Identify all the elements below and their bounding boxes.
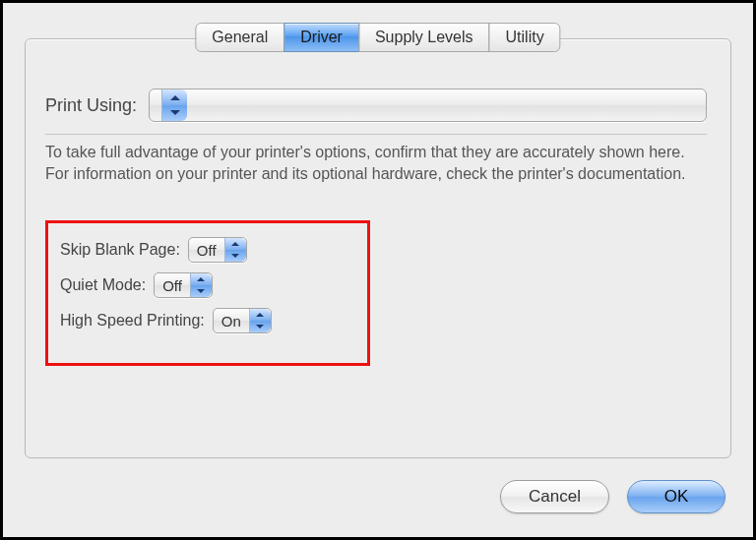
skip-blank-page-dropdown[interactable]: Off: [188, 237, 247, 263]
print-using-dropdown[interactable]: [149, 89, 707, 122]
help-text: To take full advantage of your printer's…: [45, 142, 703, 184]
quiet-mode-dropdown[interactable]: Off: [154, 272, 213, 298]
driver-panel: Print Using: To take full advantage of y…: [25, 38, 731, 458]
high-speed-printing-dropdown[interactable]: On: [213, 308, 272, 333]
tab-driver[interactable]: Driver: [284, 23, 359, 52]
skip-blank-page-label: Skip Blank Page:: [60, 241, 180, 259]
tab-utility[interactable]: Utility: [489, 23, 561, 52]
tab-supply-levels[interactable]: Supply Levels: [358, 23, 490, 52]
divider: [45, 134, 707, 135]
updown-icon: [161, 90, 187, 121]
dialog-buttons: Cancel OK: [500, 480, 725, 513]
skip-blank-page-row: Skip Blank Page: Off: [60, 237, 367, 263]
high-speed-printing-value: On: [214, 313, 249, 330]
updown-icon: [224, 238, 246, 262]
options-highlight: Skip Blank Page: Off Quiet Mode: Off Hig…: [45, 220, 370, 366]
quiet-mode-value: Off: [155, 277, 190, 294]
updown-icon: [249, 309, 271, 332]
tabs-bar: General Driver Supply Levels Utility: [195, 23, 560, 52]
print-using-row: Print Using:: [45, 87, 707, 124]
tab-general[interactable]: General: [195, 23, 284, 52]
cancel-button[interactable]: Cancel: [500, 480, 609, 513]
quiet-mode-row: Quiet Mode: Off: [60, 272, 367, 298]
printer-options-window: General Driver Supply Levels Utility Pri…: [0, 0, 756, 540]
high-speed-printing-label: High Speed Printing:: [60, 312, 205, 330]
quiet-mode-label: Quiet Mode:: [60, 276, 146, 294]
high-speed-printing-row: High Speed Printing: On: [60, 308, 367, 333]
skip-blank-page-value: Off: [189, 242, 224, 259]
print-using-label: Print Using:: [45, 95, 137, 116]
ok-button[interactable]: OK: [627, 480, 725, 513]
updown-icon: [190, 273, 212, 297]
